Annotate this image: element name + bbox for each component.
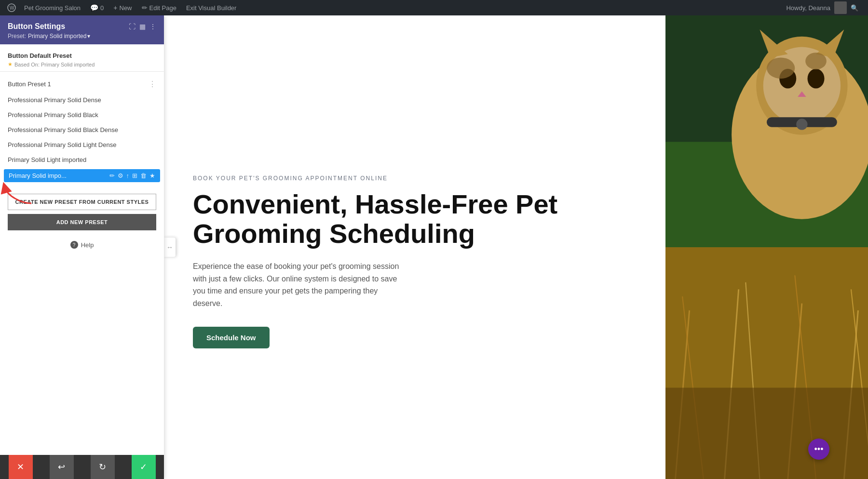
panel-preset-row: Preset: Primary Solid imported ▾ — [8, 33, 156, 40]
page-content: BOOK YOUR PET'S GROOMING APPOINTMENT ONL… — [164, 15, 868, 479]
admin-bar: W Pet Grooming Salon 💬 0 + New ✏ Edit Pa… — [0, 0, 868, 15]
list-item[interactable]: Professional Primary Solid Black Dense — [0, 122, 164, 137]
add-preset-button[interactable]: ADD NEW PRESET — [8, 214, 156, 230]
plus-icon: + — [113, 4, 117, 12]
list-item[interactable]: Professional Primary Solid Dense — [0, 93, 164, 107]
default-preset-title: Button Default Preset — [8, 52, 156, 59]
wp-logo[interactable]: W — [4, 0, 19, 15]
selected-preset-row[interactable]: Primary Solid impo... ✏ ⚙ ↑ ⊞ 🗑 ★ — [4, 169, 160, 182]
page-description: Experience the ease of booking your pet'… — [193, 260, 405, 309]
list-item[interactable]: Professional Primary Solid Black — [0, 107, 164, 122]
list-item[interactable]: Primary Solid Light imported — [0, 152, 164, 167]
page-images — [665, 15, 868, 479]
upload-preset-icon[interactable]: ↑ — [126, 172, 130, 179]
new-link[interactable]: + New — [108, 0, 136, 15]
delete-preset-icon[interactable]: 🗑 — [140, 172, 147, 179]
edit-preset-icon[interactable]: ✏ — [109, 172, 115, 179]
svg-point-15 — [805, 53, 827, 69]
search-icon[interactable]: 🔍 — [851, 4, 858, 12]
duplicate-preset-icon[interactable]: ⊞ — [132, 172, 137, 179]
fab-button[interactable]: ••• — [808, 439, 829, 460]
page-left: BOOK YOUR PET'S GROOMING APPOINTMENT ONL… — [164, 15, 665, 479]
panel-title: Button Settings — [8, 22, 65, 31]
favorite-preset-icon[interactable]: ★ — [149, 172, 155, 179]
selected-preset-label: Primary Solid impo... — [9, 172, 107, 179]
panel-title-row: Button Settings ⛶ ▦ ⋮ — [8, 22, 156, 31]
pencil-icon: ✏ — [142, 4, 148, 12]
default-preset-section: Button Default Preset ★ Based On: Primar… — [0, 44, 164, 72]
more-options-icon[interactable]: ⋮ — [149, 80, 156, 89]
dots-icon: ••• — [814, 444, 824, 454]
cat-image-top — [665, 15, 868, 247]
cancel-button[interactable]: ✕ — [9, 455, 33, 479]
preset-list: Button Preset 1 ⋮ Professional Primary S… — [0, 72, 164, 190]
dropdown-arrow-icon: ▾ — [87, 33, 90, 40]
star-icon: ★ — [8, 61, 13, 67]
comments-link[interactable]: 💬 0 — [85, 0, 108, 15]
list-item[interactable]: Button Preset 1 ⋮ — [0, 76, 164, 93]
panel-help: ? Help — [0, 236, 164, 256]
admin-bar-right: Howdy, Deanna 🔍 — [786, 1, 864, 14]
svg-point-14 — [767, 57, 795, 79]
comment-icon: 💬 — [90, 4, 98, 12]
schedule-button[interactable]: Schedule Now — [193, 327, 270, 348]
edit-page-link[interactable]: ✏ Edit Page — [137, 0, 181, 15]
svg-point-10 — [808, 69, 825, 89]
main-layout: Button Settings ⛶ ▦ ⋮ Preset: Primary So… — [0, 0, 868, 479]
content-area: ↔ BOOK YOUR PET'S GROOMING APPOINTMENT O… — [164, 15, 868, 479]
avatar — [834, 1, 847, 14]
site-name[interactable]: Pet Grooming Salon — [19, 0, 85, 15]
panel-header: Button Settings ⛶ ▦ ⋮ Preset: Primary So… — [0, 15, 164, 44]
default-preset-based: ★ Based On: Primary Solid imported — [8, 61, 156, 67]
panel-footer: ✕ ↩ ↻ ✓ — [0, 455, 164, 479]
page-tagline: BOOK YOUR PET'S GROOMING APPOINTMENT ONL… — [193, 175, 637, 182]
panel-content: Button Default Preset ★ Based On: Primar… — [0, 44, 164, 455]
page-headline: Convenient, Hassle-Free Pet Grooming Sch… — [193, 189, 637, 249]
help-link[interactable]: Help — [81, 241, 94, 249]
list-item[interactable]: Professional Primary Solid Light Dense — [0, 137, 164, 152]
button-settings-panel: Button Settings ⛶ ▦ ⋮ Preset: Primary So… — [0, 15, 164, 479]
resize-icon: ↔ — [166, 243, 173, 251]
panel-header-icons: ⛶ ▦ ⋮ — [129, 23, 156, 30]
help-icon: ? — [70, 241, 78, 249]
columns-icon[interactable]: ▦ — [139, 23, 146, 30]
svg-rect-28 — [665, 388, 868, 479]
settings-preset-icon[interactable]: ⚙ — [118, 172, 123, 179]
svg-point-13 — [796, 119, 807, 130]
undo-button[interactable]: ↩ — [50, 455, 74, 479]
preset-action-icons: ✏ ⚙ ↑ ⊞ 🗑 ★ — [109, 172, 156, 179]
more-icon[interactable]: ⋮ — [149, 23, 156, 30]
redo-button[interactable]: ↻ — [91, 455, 115, 479]
panel-buttons: CREATE NEW PRESET FROM CURRENT STYLES AD… — [0, 190, 164, 236]
exit-vb-link[interactable]: Exit Visual Builder — [181, 0, 242, 15]
nature-image-bottom — [665, 247, 868, 479]
drag-handle[interactable]: ↔ — [164, 238, 176, 257]
fullscreen-icon[interactable]: ⛶ — [129, 23, 136, 30]
preset-dropdown[interactable]: Primary Solid imported ▾ — [28, 33, 90, 40]
svg-text:W: W — [10, 5, 14, 11]
save-button[interactable]: ✓ — [132, 455, 156, 479]
create-preset-button[interactable]: CREATE NEW PRESET FROM CURRENT STYLES — [8, 194, 156, 210]
